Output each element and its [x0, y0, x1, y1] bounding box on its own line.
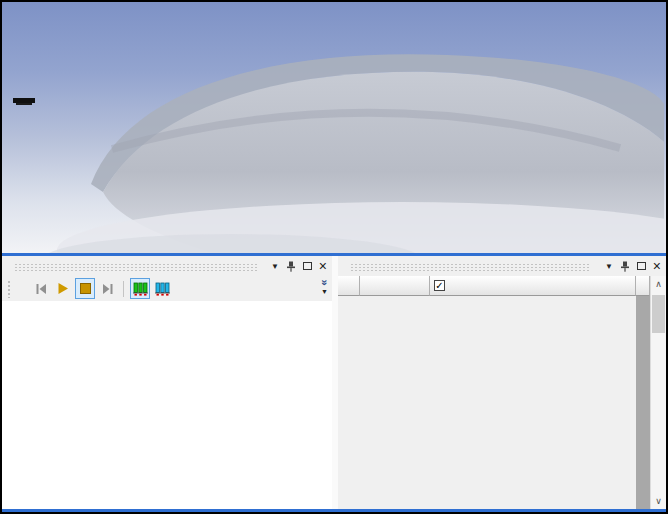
- toolbar-overflow-chevron[interactable]: »: [320, 279, 329, 285]
- toolbar-dropdown-arrow[interactable]: ▼: [321, 287, 328, 296]
- graph-chart[interactable]: [2, 301, 332, 509]
- toolbar-separator: [123, 281, 124, 297]
- table-empty-area: [636, 296, 650, 509]
- skip-start-icon: [35, 283, 48, 295]
- column-header-filler: [636, 276, 650, 296]
- play-icon: [57, 282, 69, 295]
- pin-icon[interactable]: [286, 261, 296, 272]
- 3d-viewport[interactable]: [2, 2, 666, 253]
- animation-result-sets-button[interactable]: [130, 278, 150, 299]
- scrollbar-thumb[interactable]: [652, 295, 665, 333]
- stop-button[interactable]: [75, 278, 95, 299]
- tabular-panel-header[interactable]: ▼ ×: [338, 256, 666, 276]
- toolbar-grip[interactable]: [7, 280, 12, 298]
- window-bottom-accent: [2, 509, 666, 512]
- table-body: [338, 296, 636, 509]
- panel-header-texture: [14, 263, 257, 272]
- model-scene: [2, 2, 666, 253]
- skip-to-end-button[interactable]: [97, 278, 117, 299]
- stop-icon: [80, 283, 91, 294]
- graph-panel: ▼ ×: [2, 256, 332, 509]
- pin-icon[interactable]: [620, 261, 630, 272]
- panel-menu-arrow-icon[interactable]: ▼: [271, 262, 279, 271]
- docked-panels-area: ▼ ×: [2, 256, 666, 509]
- scroll-down-button[interactable]: ∨: [651, 493, 666, 509]
- panel-header-texture: [350, 263, 591, 272]
- play-button[interactable]: [53, 278, 73, 299]
- table-column-headers: ✓: [338, 276, 650, 296]
- table-scrollbar[interactable]: ∧ ∨: [650, 276, 666, 509]
- animation-toolbar: [2, 276, 332, 301]
- column-header-row-number[interactable]: [338, 276, 360, 296]
- checkbox-checked-icon[interactable]: ✓: [434, 280, 445, 291]
- maximize-icon[interactable]: [637, 262, 646, 270]
- time-steps-icon: [154, 280, 171, 297]
- skip-end-icon: [101, 283, 114, 295]
- close-icon[interactable]: ×: [319, 260, 327, 272]
- maximize-icon[interactable]: [303, 262, 312, 270]
- tabular-data-panel: ▼ × ✓ ∧: [338, 256, 666, 509]
- chart-canvas: [2, 301, 332, 509]
- scroll-up-button[interactable]: ∧: [651, 276, 666, 292]
- result-sets-icon: [132, 280, 149, 297]
- column-header-sifs[interactable]: ✓: [430, 276, 636, 296]
- skip-to-start-button[interactable]: [31, 278, 51, 299]
- close-icon[interactable]: ×: [653, 260, 661, 272]
- ansys-mechanical-window: ▼ ×: [0, 0, 668, 514]
- graph-panel-header[interactable]: ▼ ×: [2, 256, 332, 276]
- animation-time-steps-button[interactable]: [152, 278, 172, 299]
- panel-menu-arrow-icon[interactable]: ▼: [605, 262, 613, 271]
- column-header-length[interactable]: [360, 276, 430, 296]
